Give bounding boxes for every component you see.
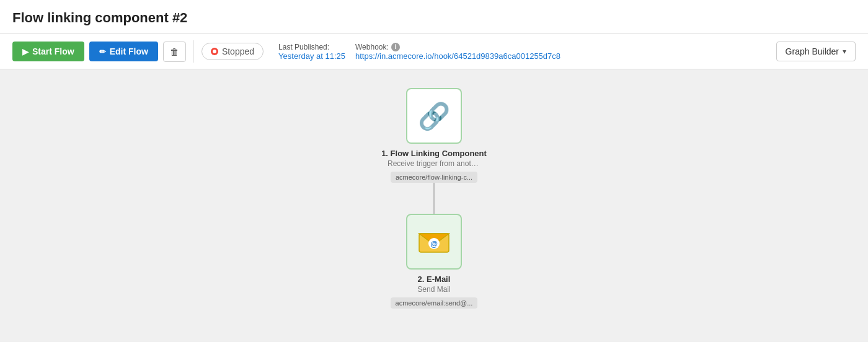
status-label: Stopped [222,46,254,56]
webhook-section: Webhook: i https://in.acmecore.io/hook/6… [355,43,560,61]
flow-node-2: @ 2. E-Mail Send Mail acmecore/email:sen… [391,214,478,309]
webhook-label: Webhook: i [355,43,560,51]
flow-graph: 🔗 1. Flow Linking Component Receive trig… [381,88,487,309]
status-badge[interactable]: Stopped [202,43,264,60]
graph-builder-label: Graph Builder [786,46,839,56]
node-label-2: 2. E-Mail [418,274,451,284]
webhook-url[interactable]: https://in.acmecore.io/hook/64521d9839a6… [355,51,560,61]
play-icon [22,46,29,56]
node-sublabel-2: Send Mail [417,285,450,294]
node-sublabel-1: Receive trigger from anoth... [388,159,480,168]
edit-flow-label: Edit Flow [110,46,148,56]
flow-node-1: 🔗 1. Flow Linking Component Receive trig… [381,88,487,183]
info-icon[interactable]: i [391,43,400,51]
chain-icon: 🔗 [418,101,450,131]
start-flow-button[interactable]: Start Flow [12,42,84,61]
node-tag-2: acmecore/email:send@... [391,297,478,309]
page-header: Flow linking component #2 [0,0,868,34]
last-published-section: Last Published: Yesterday at 11:25 [278,43,345,61]
node-label-1: 1. Flow Linking Component [381,149,487,158]
graph-builder-dropdown[interactable]: Graph Builder ▾ [776,42,856,61]
last-published-label: Last Published: [278,43,345,51]
edit-flow-button[interactable]: Edit Flow [89,42,158,61]
trash-icon [170,47,179,57]
status-dot [211,48,218,55]
toolbar-divider [193,40,194,63]
connector-1 [433,183,435,214]
svg-text:@: @ [430,240,438,248]
node-card-1[interactable]: 🔗 [406,88,462,144]
node-tag-1: acmecore/flow-linking-c... [391,172,477,183]
edit-icon [99,46,106,56]
start-flow-label: Start Flow [32,46,74,56]
node-card-2[interactable]: @ [406,214,462,270]
chevron-down-icon: ▾ [843,47,846,56]
page-title: Flow linking component #2 [12,10,856,26]
last-published-value: Yesterday at 11:25 [278,51,345,61]
toolbar: Start Flow Edit Flow Stopped Last Publis… [0,34,868,69]
email-icon: @ [418,230,450,253]
delete-button[interactable] [163,42,186,62]
main-canvas: 🔗 1. Flow Linking Component Receive trig… [0,69,868,342]
